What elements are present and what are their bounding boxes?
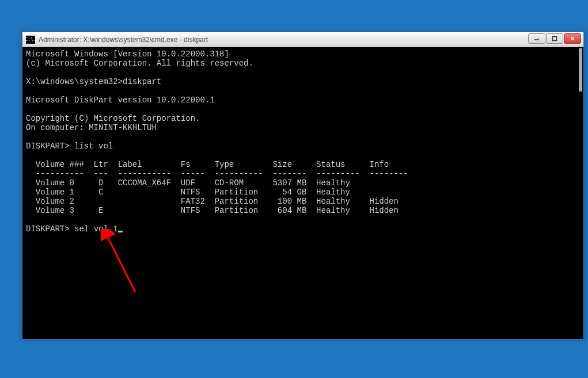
diskpart-copyright: Copyright (C) Microsoft Corporation. xyxy=(26,114,200,123)
command-diskpart: diskpart xyxy=(123,77,161,86)
command-list-vol: list vol xyxy=(74,142,113,151)
table-row: Volume 1 C NTFS Partition 54 GB Healthy xyxy=(26,188,350,197)
computer-name: On computer: MININT-KKHLTUH xyxy=(26,123,157,132)
table-row: Volume 3 E NTFS Partition 604 MB Healthy… xyxy=(26,206,399,215)
titlebar[interactable]: C:\. Administrator: X:\windows\system32\… xyxy=(22,32,583,47)
maximize-icon xyxy=(552,36,557,41)
console-body[interactable]: Microsoft Windows [Version 10.0.22000.31… xyxy=(22,47,583,339)
diskpart-prompt: DISKPART> xyxy=(26,224,70,234)
minimize-button[interactable] xyxy=(528,33,545,44)
window-controls xyxy=(528,33,581,44)
table-header: Volume ### Ltr Label Fs Type Size Status… xyxy=(26,160,389,169)
os-copyright: (c) Microsoft Corporation. All rights re… xyxy=(26,59,253,68)
cmd-window: C:\. Administrator: X:\windows\system32\… xyxy=(22,32,584,339)
close-icon xyxy=(570,36,575,41)
window-title: Administrator: X:\windows\system32\cmd.e… xyxy=(39,36,208,44)
cmd-icon: C:\. xyxy=(26,36,35,44)
text-cursor xyxy=(118,231,123,232)
diskpart-prompt: DISKPART> xyxy=(26,142,70,151)
svg-rect-1 xyxy=(553,37,557,41)
os-version: Microsoft Windows [Version 10.0.22000.31… xyxy=(26,49,229,59)
prompt-path: X:\windows\system32> xyxy=(26,77,123,86)
table-divider: ---------- --- ----------- ----- -------… xyxy=(26,169,408,178)
console-output: Microsoft Windows [Version 10.0.22000.31… xyxy=(26,49,580,234)
close-button[interactable] xyxy=(564,33,581,44)
command-sel-vol: sel vol 1 xyxy=(74,224,118,234)
diskpart-version: Microsoft DiskPart version 10.0.22000.1 xyxy=(26,96,215,105)
scrollbar[interactable] xyxy=(579,48,582,91)
table-row: Volume 0 D CCCOMA_X64F UDF CD-ROM 5307 M… xyxy=(26,178,350,188)
minimize-icon xyxy=(534,36,540,41)
maximize-button[interactable] xyxy=(546,33,563,44)
table-row: Volume 2 FAT32 Partition 100 MB Healthy … xyxy=(26,197,399,206)
